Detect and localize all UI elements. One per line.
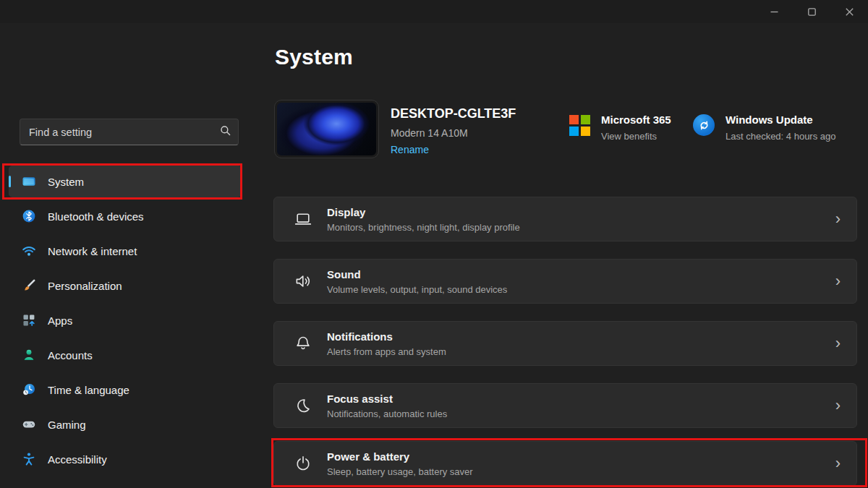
device-model: Modern 14 A10M — [391, 127, 468, 139]
search-icon — [220, 125, 231, 139]
moon-icon — [294, 396, 312, 415]
row-title: Notifications — [327, 330, 835, 343]
sidebar-item-label: Accounts — [48, 349, 93, 361]
page-title: System — [275, 45, 353, 69]
windows-update-card[interactable]: Windows Update Last checked: 4 hours ago — [693, 114, 836, 142]
row-subtitle: Sleep, battery usage, battery saver — [327, 466, 835, 477]
card-title: Windows Update — [726, 114, 836, 127]
person-icon — [22, 348, 36, 362]
device-thumbnail — [275, 100, 378, 158]
focus-assist-row[interactable]: Focus assist Notifications, automatic ru… — [273, 383, 857, 428]
row-title: Display — [327, 206, 835, 219]
sidebar-item-gaming[interactable]: Gaming — [9, 408, 242, 440]
sidebar-item-apps[interactable]: Apps — [9, 304, 242, 336]
card-title: Microsoft 365 — [601, 114, 671, 127]
sidebar-item-label: Network & internet — [48, 245, 137, 257]
titlebar — [0, 0, 868, 23]
chevron-right-icon: › — [835, 335, 841, 351]
sidebar-item-bluetooth-devices[interactable]: Bluetooth & devices — [9, 200, 242, 232]
gamepad-icon — [22, 417, 36, 432]
card-subtitle: Last checked: 4 hours ago — [726, 131, 836, 142]
sidebar-item-label: Time & language — [48, 384, 129, 396]
sidebar-item-personalization[interactable]: Personalization — [9, 270, 242, 301]
sidebar-item-label: Apps — [48, 314, 72, 327]
notifications-row[interactable]: Notifications Alerts from apps and syste… — [273, 321, 857, 366]
system-display-icon — [22, 174, 36, 189]
accessibility-icon — [22, 452, 36, 466]
sidebar-nav: System Bluetooth & devices Network & int… — [9, 166, 242, 488]
sidebar-item-label: Accessibility — [48, 453, 107, 466]
bluetooth-icon — [22, 209, 36, 223]
apps-grid-icon — [22, 313, 36, 328]
speaker-icon — [294, 272, 312, 291]
row-subtitle: Volume levels, output, input, sound devi… — [327, 284, 835, 295]
selection-accent-bar — [9, 176, 11, 187]
clock-globe-icon — [22, 382, 36, 397]
bell-icon — [294, 334, 312, 353]
settings-window: System Bluetooth & devices Network & int… — [0, 0, 868, 488]
chevron-right-icon: › — [835, 211, 841, 227]
sidebar-item-privacy-security[interactable]: Privacy & security — [9, 478, 242, 488]
chevron-right-icon: › — [835, 273, 841, 289]
row-title: Sound — [327, 268, 835, 281]
sidebar-item-accessibility[interactable]: Accessibility — [9, 443, 242, 475]
sidebar-item-label: Gaming — [48, 419, 86, 431]
maximize-button[interactable] — [793, 0, 830, 23]
sidebar-item-label: System — [48, 176, 84, 188]
sidebar-item-network-internet[interactable]: Network & internet — [9, 235, 242, 267]
device-name: DESKTOP-CGLTE3F — [391, 106, 516, 121]
row-subtitle: Monitors, brightness, night light, displ… — [327, 222, 835, 233]
sidebar-item-label: Personalization — [48, 280, 122, 292]
sidebar-item-label: Bluetooth & devices — [48, 210, 144, 223]
brush-icon — [22, 278, 36, 293]
row-subtitle: Notifications, automatic rules — [327, 408, 835, 419]
sound-row[interactable]: Sound Volume levels, output, input, soun… — [273, 259, 857, 304]
row-title: Power & battery — [327, 450, 835, 463]
minimize-icon — [770, 8, 778, 16]
card-subtitle: View benefits — [601, 131, 671, 142]
rename-link[interactable]: Rename — [391, 144, 429, 155]
chevron-right-icon: › — [835, 455, 841, 471]
laptop-icon — [294, 210, 312, 228]
sidebar-item-accounts[interactable]: Accounts — [9, 339, 242, 371]
sidebar-item-system[interactable]: System — [9, 166, 242, 197]
close-button[interactable] — [830, 0, 868, 23]
power-icon — [294, 454, 312, 473]
sidebar-item-time-language[interactable]: Time & language — [9, 374, 242, 406]
sidebar: System Bluetooth & devices Network & int… — [0, 23, 260, 488]
close-icon — [846, 8, 854, 16]
microsoft-logo-icon — [569, 115, 590, 136]
microsoft-365-card[interactable]: Microsoft 365 View benefits — [569, 114, 671, 142]
sync-icon — [693, 114, 715, 136]
maximize-icon — [808, 8, 816, 16]
chevron-right-icon: › — [835, 398, 841, 414]
search-box[interactable] — [20, 119, 239, 145]
minimize-button[interactable] — [755, 0, 793, 23]
wifi-icon — [22, 244, 36, 258]
display-row[interactable]: Display Monitors, brightness, night ligh… — [273, 197, 857, 241]
row-subtitle: Alerts from apps and system — [327, 346, 835, 357]
search-input[interactable] — [29, 127, 214, 138]
power-battery-row[interactable]: Power & battery Sleep, battery usage, ba… — [273, 441, 857, 486]
row-title: Focus assist — [327, 393, 835, 406]
